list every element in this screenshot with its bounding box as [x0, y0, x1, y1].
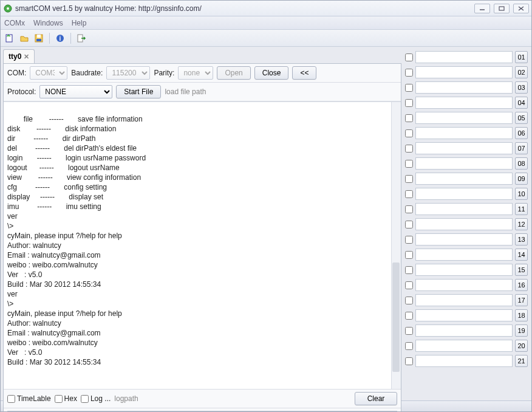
quick-send-button[interactable]: 05: [515, 112, 528, 124]
quick-send-button[interactable]: 13: [515, 233, 528, 245]
quick-send-input[interactable]: [415, 324, 513, 337]
close-button-conn[interactable]: Close: [254, 66, 289, 80]
hex-display-checkbox[interactable]: Hex: [55, 394, 77, 403]
menu-help[interactable]: Help: [72, 19, 87, 27]
window-buttons: [474, 4, 529, 13]
quick-send-button[interactable]: 18: [515, 309, 528, 321]
quick-send-input[interactable]: [415, 188, 513, 200]
main-pane: tty0 ✕ COM: COM3 Baudrate: 115200 Parity…: [1, 47, 401, 400]
quick-send-checkbox[interactable]: [405, 175, 413, 183]
logpath-label: logpath: [114, 394, 138, 403]
scrollbar-thumb[interactable]: [392, 263, 400, 372]
save-icon[interactable]: [33, 33, 44, 44]
quick-send-button[interactable]: 10: [515, 188, 528, 200]
protocol-select[interactable]: NONE: [39, 85, 112, 98]
quick-send-row: 19: [405, 324, 528, 337]
quick-send-input[interactable]: [415, 355, 513, 367]
content-box: COM: COM3 Baudrate: 115200 Parity: none …: [3, 63, 401, 412]
quick-send-input[interactable]: [415, 157, 513, 170]
terminal-scrollbar[interactable]: [391, 102, 401, 389]
quick-send-checkbox[interactable]: [405, 145, 413, 153]
quick-send-input[interactable]: [415, 173, 513, 185]
quick-send-button[interactable]: 14: [515, 249, 528, 261]
quick-send-input[interactable]: [415, 294, 513, 306]
quick-send-row: 20: [405, 339, 528, 352]
parity-select[interactable]: none: [178, 66, 213, 80]
open-button[interactable]: Open: [217, 66, 250, 80]
quick-send-checkbox[interactable]: [405, 281, 413, 289]
close-button[interactable]: [513, 4, 529, 13]
quick-send-checkbox[interactable]: [405, 129, 413, 137]
clear-button[interactable]: Clear: [355, 392, 397, 405]
quick-send-input[interactable]: [415, 340, 513, 352]
quick-send-input[interactable]: [415, 264, 513, 276]
quick-send-button[interactable]: 08: [515, 157, 528, 170]
com-select[interactable]: COM3: [30, 66, 67, 80]
quick-send-input[interactable]: [415, 249, 513, 261]
quick-send-button[interactable]: 12: [515, 218, 528, 230]
quick-send-input[interactable]: [415, 97, 513, 109]
info-icon[interactable]: i: [55, 33, 66, 44]
start-file-button[interactable]: Start File: [116, 85, 161, 98]
quick-send-button[interactable]: 07: [515, 142, 528, 154]
quick-send-button[interactable]: 03: [515, 81, 528, 94]
quick-send-button[interactable]: 01: [515, 51, 528, 63]
quick-send-input[interactable]: [415, 81, 513, 94]
quick-send-button[interactable]: 06: [515, 127, 528, 139]
menu-windows[interactable]: Windows: [33, 19, 63, 27]
quick-send-checkbox[interactable]: [405, 114, 413, 122]
quick-send-input[interactable]: [415, 142, 513, 154]
quick-send-checkbox[interactable]: [405, 190, 413, 198]
quick-send-row: 02: [405, 66, 528, 79]
quick-send-input[interactable]: [415, 51, 513, 63]
quick-send-checkbox[interactable]: [405, 251, 413, 259]
quick-send-checkbox[interactable]: [405, 327, 413, 335]
quick-send-checkbox[interactable]: [405, 297, 413, 304]
title-bar: smartCOM ver1.5 by walnutcy Home: http:/…: [1, 1, 531, 16]
tab-tty0[interactable]: tty0 ✕: [3, 49, 35, 63]
quick-send-checkbox[interactable]: [405, 99, 413, 107]
quick-send-button[interactable]: 16: [515, 279, 528, 291]
quick-send-button[interactable]: 21: [515, 355, 528, 367]
baud-select[interactable]: 115200: [106, 66, 150, 80]
quick-send-checkbox[interactable]: [405, 221, 413, 228]
quick-send-pane: 0102030405060708091011121314151617181920…: [401, 47, 531, 400]
quick-send-button[interactable]: 02: [515, 66, 528, 78]
quick-send-checkbox[interactable]: [405, 266, 413, 274]
maximize-button[interactable]: [494, 4, 510, 13]
quick-send-input[interactable]: [415, 218, 513, 230]
quick-send-checkbox[interactable]: [405, 53, 413, 61]
quick-send-input[interactable]: [415, 112, 513, 124]
timelable-checkbox[interactable]: TimeLable: [7, 394, 51, 403]
quick-send-button[interactable]: 17: [515, 294, 528, 306]
quick-send-checkbox[interactable]: [405, 205, 413, 213]
quick-send-input[interactable]: [415, 309, 513, 321]
quick-send-checkbox[interactable]: [405, 236, 413, 244]
open-icon[interactable]: [19, 33, 30, 44]
quick-send-button[interactable]: 09: [515, 173, 528, 185]
quick-send-input[interactable]: [415, 233, 513, 245]
quick-send-input[interactable]: [415, 279, 513, 291]
minimize-button[interactable]: [474, 4, 490, 13]
quick-send-checkbox[interactable]: [405, 357, 413, 365]
quick-send-button[interactable]: 04: [515, 97, 528, 109]
quick-send-button[interactable]: 11: [515, 203, 528, 215]
menu-comx[interactable]: COMx: [4, 19, 25, 27]
quick-send-checkbox[interactable]: [405, 84, 413, 92]
back-button[interactable]: <<: [292, 66, 316, 80]
quick-send-checkbox[interactable]: [405, 342, 413, 350]
exit-icon[interactable]: [76, 33, 87, 44]
quick-send-input[interactable]: [415, 127, 513, 139]
quick-send-checkbox[interactable]: [405, 312, 413, 320]
terminal-output[interactable]: file ------ save file information disk -…: [4, 101, 401, 390]
quick-send-checkbox[interactable]: [405, 160, 413, 168]
log-checkbox[interactable]: Log ...: [81, 394, 111, 403]
quick-send-button[interactable]: 15: [515, 264, 528, 276]
quick-send-button[interactable]: 20: [515, 340, 528, 352]
quick-send-checkbox[interactable]: [405, 69, 413, 77]
quick-send-input[interactable]: [415, 66, 513, 78]
tab-close-icon[interactable]: ✕: [24, 53, 29, 61]
quick-send-button[interactable]: 19: [515, 324, 528, 337]
new-icon[interactable]: [4, 33, 15, 44]
quick-send-input[interactable]: [415, 203, 513, 215]
